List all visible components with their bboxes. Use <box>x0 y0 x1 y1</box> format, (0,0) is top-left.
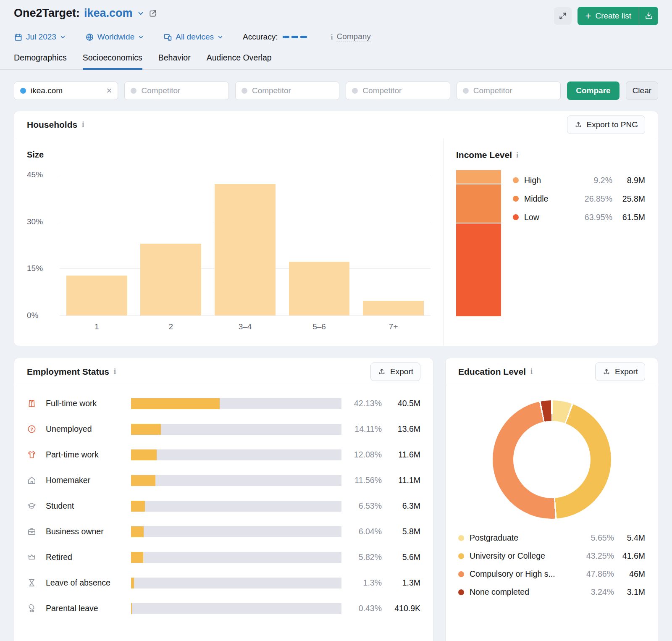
legend-row-none-completed: None completed 3.24% 3.1M <box>458 583 645 601</box>
part-time-work-icon <box>27 450 46 460</box>
info-icon[interactable]: i <box>114 367 116 376</box>
employment-bar <box>131 501 341 512</box>
employment-bar <box>131 449 341 460</box>
info-icon[interactable]: i <box>82 120 84 129</box>
income-legend: High 9.2% 8.9M Middle 26.85% 25.8M <box>513 170 645 316</box>
postgraduate-dot <box>458 535 464 541</box>
x-axis-tick: 7+ <box>356 322 430 331</box>
education-level-card: Education Level i Export Postgraduate 5.… <box>445 358 658 641</box>
devices-filter[interactable]: All devices <box>163 32 223 42</box>
employment-row-homemaker: Homemaker 11.56% 11.1M <box>27 468 420 493</box>
page-title: One2Target: <box>14 7 80 20</box>
employment-row-parental-leave: Parental leave 0.43% 410.9K <box>27 596 420 621</box>
retired-icon <box>27 552 46 562</box>
employment-bar <box>131 475 341 486</box>
university-dot <box>458 553 464 559</box>
competitor-input-2[interactable]: Competitor <box>235 81 339 100</box>
export-button[interactable]: Export <box>595 363 645 381</box>
chevron-down-icon <box>138 34 144 40</box>
legend-row-compulsory: Compulsory or High s... 47.86% 46M <box>458 565 645 583</box>
date-filter[interactable]: Jul 2023 <box>14 32 66 42</box>
export-button[interactable]: Export <box>370 363 420 381</box>
employment-bar <box>131 552 341 563</box>
compare-bar: ikea.com × Competitor Competitor Competi… <box>0 70 672 100</box>
employment-bar <box>131 398 341 409</box>
tab-demographics[interactable]: Demographics <box>14 53 67 70</box>
globe-icon <box>85 33 94 42</box>
size-y-axis: 45%30%15%0% <box>27 175 60 315</box>
info-icon[interactable]: i <box>530 367 533 376</box>
competitor-color-dot <box>463 88 469 94</box>
income-bar-segment-high <box>456 170 501 184</box>
competitor-color-dot <box>131 88 136 94</box>
size-bar <box>289 262 350 315</box>
export-to-png-button[interactable]: Export to PNG <box>567 116 646 134</box>
download-button[interactable] <box>639 7 658 25</box>
page-header: One2Target: ikea.com + Create list <box>0 0 672 70</box>
low-income-dot <box>513 214 519 220</box>
tab-behavior[interactable]: Behavior <box>158 53 191 70</box>
x-axis-tick: 5–6 <box>282 322 357 331</box>
close-icon[interactable]: × <box>107 86 112 95</box>
employment-status-card: Employment Status i Export Full-time wor… <box>14 358 433 641</box>
middle-income-dot <box>513 196 519 202</box>
download-icon <box>644 11 654 21</box>
compare-button[interactable]: Compare <box>567 81 619 100</box>
chevron-down-icon <box>60 34 66 40</box>
competitor-input-4[interactable]: Competitor <box>457 81 561 100</box>
employment-row-unemployed: ? Unemployed 14.11% 13.6M <box>27 416 420 442</box>
y-axis-tick: 0% <box>27 311 38 320</box>
income-level-title: Income Level <box>456 150 512 160</box>
create-list-button[interactable]: + Create list <box>578 7 639 25</box>
high-income-dot <box>513 177 519 183</box>
unemployed-icon: ? <box>27 424 46 434</box>
devices-icon <box>163 33 172 42</box>
employment-bar <box>131 603 341 614</box>
company-link[interactable]: i Company <box>331 32 370 42</box>
info-icon[interactable]: i <box>516 151 518 160</box>
y-axis-tick: 15% <box>27 264 43 273</box>
employment-bar <box>131 578 341 588</box>
competitor-input-3[interactable]: Competitor <box>346 81 450 100</box>
education-level-title: Education Level <box>458 367 526 377</box>
student-icon <box>27 501 46 511</box>
region-filter[interactable]: Worldwide <box>85 32 144 42</box>
compulsory-dot <box>458 571 464 577</box>
clear-button[interactable]: Clear <box>626 81 658 100</box>
competitor-input-1[interactable]: Competitor <box>124 81 228 100</box>
x-axis-tick: 1 <box>60 322 134 331</box>
info-icon: i <box>331 33 333 42</box>
x-axis-tick: 2 <box>134 322 208 331</box>
households-title: Households <box>27 120 77 130</box>
domain-dropdown[interactable]: ikea.com <box>84 7 133 20</box>
chevron-down-icon[interactable] <box>137 10 144 17</box>
employment-row-retired: Retired 5.82% 5.6M <box>27 544 420 570</box>
main-domain-label: ikea.com <box>31 86 63 95</box>
size-bar <box>140 244 201 315</box>
external-link-icon[interactable] <box>149 9 157 18</box>
income-bar-segment-low <box>456 223 501 316</box>
legend-row-middle: Middle 26.85% 25.8M <box>513 189 645 208</box>
tab-socioeconomics[interactable]: Socioeconomics <box>83 53 142 70</box>
size-bar <box>215 184 276 315</box>
income-level-chart: Income Level i High 9.2% 8.9M <box>443 138 658 346</box>
tab-audience-overlap[interactable]: Audience Overlap <box>207 53 272 70</box>
expand-icon <box>559 12 567 20</box>
size-bar <box>66 276 127 315</box>
employment-row-leave-of-absence: Leave of absence 1.3% 1.3M <box>27 570 420 596</box>
parental-leave-icon <box>27 604 46 613</box>
main-domain-chip[interactable]: ikea.com × <box>14 81 118 100</box>
expand-button[interactable] <box>554 7 572 25</box>
employment-status-title: Employment Status <box>27 367 109 377</box>
competitor-color-dot <box>352 88 358 94</box>
employment-row-part-time: Part-time work 12.08% 11.6M <box>27 442 420 468</box>
homemaker-icon <box>27 475 46 485</box>
income-stacked-bar <box>456 170 501 316</box>
calendar-icon <box>14 33 23 42</box>
none-completed-dot <box>458 589 464 595</box>
plus-icon: + <box>585 11 591 21</box>
legend-row-postgraduate: Postgraduate 5.65% 5.4M <box>458 529 645 547</box>
education-donut-chart <box>493 400 611 519</box>
size-x-axis: 123–45–67+ <box>60 322 430 331</box>
households-card: Households i Export to PNG Size 45%30%15… <box>14 111 658 346</box>
